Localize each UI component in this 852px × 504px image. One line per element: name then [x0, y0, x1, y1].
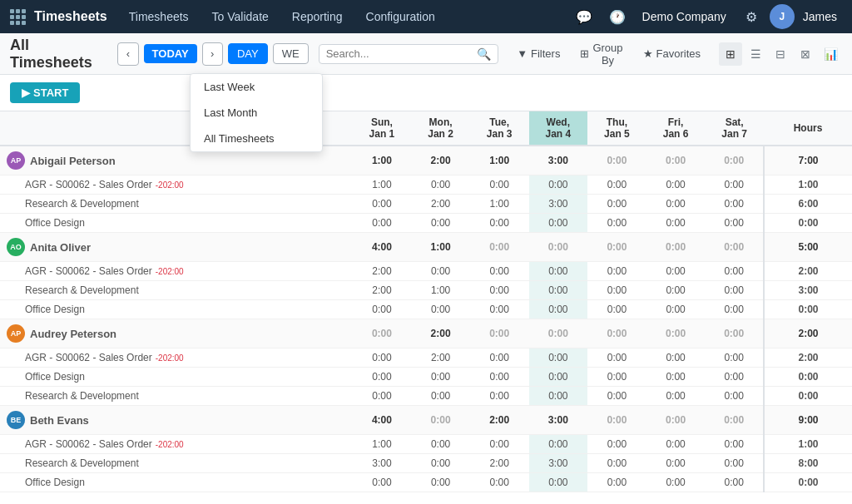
- cell-sat[interactable]: 0:00: [705, 195, 764, 214]
- cell-wed[interactable]: 3:00: [529, 454, 588, 473]
- cell-thu[interactable]: 0:00: [587, 473, 646, 492]
- prev-button[interactable]: ‹: [117, 42, 138, 66]
- cell-tue[interactable]: 0:00: [470, 300, 529, 319]
- search-icon[interactable]: 🔍: [477, 47, 491, 61]
- cell-fri[interactable]: 0:00: [646, 406, 706, 435]
- cell-thu[interactable]: 0:00: [587, 435, 646, 454]
- cell-sun[interactable]: 1:00: [353, 175, 412, 195]
- view-table[interactable]: ⊠: [794, 42, 817, 66]
- sub-row[interactable]: Office Design0:000:000:000:000:000:000:0…: [0, 300, 852, 319]
- user-name[interactable]: James: [798, 10, 842, 23]
- sub-row[interactable]: Office Design0:000:000:000:000:000:000:0…: [0, 368, 852, 387]
- cell-tue[interactable]: 0:00: [470, 233, 529, 262]
- cell-sun[interactable]: 2:00: [353, 262, 412, 281]
- cell-fri[interactable]: 0:00: [646, 300, 706, 319]
- cell-fri[interactable]: 0:00: [646, 473, 706, 492]
- cell-mon[interactable]: 0:00: [411, 214, 470, 233]
- sub-row[interactable]: Research & Development2:001:000:000:000:…: [0, 281, 852, 300]
- cell-sun[interactable]: 4:00: [353, 406, 412, 435]
- cell-mon[interactable]: 2:00: [411, 348, 470, 368]
- cell-sat[interactable]: 0:00: [705, 281, 764, 300]
- dropdown-all-timesheets[interactable]: All Timesheets: [191, 126, 322, 151]
- cell-fri[interactable]: 0:00: [646, 387, 706, 406]
- search-box[interactable]: 🔍: [319, 44, 499, 64]
- sub-row[interactable]: AGR - S00062 - Sales Order-202:001:000:0…: [0, 435, 852, 454]
- cell-wed[interactable]: 0:00: [529, 473, 588, 492]
- cell-wed[interactable]: 0:00: [529, 435, 588, 454]
- period-week[interactable]: WE: [273, 43, 309, 64]
- cell-wed[interactable]: 0:00: [529, 300, 588, 319]
- dropdown-last-week[interactable]: Last Week: [191, 74, 322, 100]
- clock-icon[interactable]: 🕐: [602, 2, 632, 32]
- favorites-button[interactable]: ★ Favorites: [637, 44, 707, 63]
- cell-sun[interactable]: 0:00: [353, 214, 412, 233]
- employee-row[interactable]: AP Abigail Peterson 1:002:001:003:000:00…: [0, 146, 852, 175]
- cell-wed[interactable]: 3:00: [529, 146, 588, 175]
- cell-sun[interactable]: 0:00: [353, 195, 412, 214]
- cell-mon[interactable]: 1:00: [411, 233, 470, 262]
- cell-wed[interactable]: 0:00: [529, 348, 588, 368]
- view-kanban[interactable]: ⊟: [769, 42, 792, 66]
- next-button[interactable]: ›: [202, 42, 223, 66]
- sub-row[interactable]: Office Design0:000:000:000:000:000:000:0…: [0, 214, 852, 233]
- start-button[interactable]: ▶ START: [10, 82, 80, 103]
- cell-mon[interactable]: 0:00: [411, 368, 470, 387]
- cell-sat[interactable]: 0:00: [705, 454, 764, 473]
- cell-fri[interactable]: 0:00: [646, 281, 706, 300]
- cell-sun[interactable]: 0:00: [353, 300, 412, 319]
- cell-fri[interactable]: 0:00: [646, 368, 706, 387]
- sub-row[interactable]: Office Design0:000:000:000:000:000:000:0…: [0, 473, 852, 492]
- cell-sun[interactable]: 4:00: [353, 233, 412, 262]
- cell-fri[interactable]: 0:00: [646, 435, 706, 454]
- grid-icon[interactable]: [10, 9, 26, 25]
- groupby-button[interactable]: ⊞ Group By: [573, 38, 629, 70]
- cell-sun[interactable]: 0:00: [353, 348, 412, 368]
- cell-sun[interactable]: 2:00: [353, 281, 412, 300]
- cell-mon[interactable]: 0:00: [411, 406, 470, 435]
- chat-icon[interactable]: 💬: [569, 2, 599, 32]
- sub-row[interactable]: AGR - S00062 - Sales Order-202:001:000:0…: [0, 175, 852, 195]
- cell-thu[interactable]: 0:00: [587, 348, 646, 368]
- settings-icon[interactable]: ⚙: [736, 2, 766, 32]
- cell-sun[interactable]: 0:00: [353, 319, 412, 348]
- cell-sat[interactable]: 0:00: [705, 473, 764, 492]
- cell-tue[interactable]: 0:00: [470, 435, 529, 454]
- cell-fri[interactable]: 0:00: [646, 262, 706, 281]
- cell-sun[interactable]: 0:00: [353, 368, 412, 387]
- cell-sat[interactable]: 0:00: [705, 146, 764, 175]
- cell-mon[interactable]: 1:00: [411, 281, 470, 300]
- dropdown-last-month[interactable]: Last Month: [191, 100, 322, 126]
- cell-wed[interactable]: 0:00: [529, 214, 588, 233]
- cell-tue[interactable]: 0:00: [470, 368, 529, 387]
- cell-tue[interactable]: 2:00: [470, 454, 529, 473]
- view-grid[interactable]: ⊞: [719, 42, 742, 66]
- cell-wed[interactable]: 0:00: [529, 262, 588, 281]
- cell-tue[interactable]: 0:00: [470, 473, 529, 492]
- cell-mon[interactable]: 2:00: [411, 195, 470, 214]
- cell-tue[interactable]: 1:00: [470, 195, 529, 214]
- sub-row[interactable]: Research & Development0:000:000:000:000:…: [0, 387, 852, 406]
- cell-tue[interactable]: 0:00: [470, 175, 529, 195]
- cell-thu[interactable]: 0:00: [587, 319, 646, 348]
- cell-tue[interactable]: 0:00: [470, 214, 529, 233]
- cell-fri[interactable]: 0:00: [646, 195, 706, 214]
- cell-thu[interactable]: 0:00: [587, 454, 646, 473]
- search-input[interactable]: [326, 47, 478, 60]
- cell-sun[interactable]: 3:00: [353, 454, 412, 473]
- employee-row[interactable]: AP Audrey Peterson 0:002:000:000:000:000…: [0, 319, 852, 348]
- cell-thu[interactable]: 0:00: [587, 262, 646, 281]
- cell-thu[interactable]: 0:00: [587, 281, 646, 300]
- cell-wed[interactable]: 0:00: [529, 175, 588, 195]
- view-chart[interactable]: 📊: [819, 42, 842, 66]
- cell-mon[interactable]: 0:00: [411, 473, 470, 492]
- cell-fri[interactable]: 0:00: [646, 348, 706, 368]
- cell-wed[interactable]: 0:00: [529, 233, 588, 262]
- cell-thu[interactable]: 0:00: [587, 195, 646, 214]
- sub-row[interactable]: AGR - S00062 - Sales Order-202:000:002:0…: [0, 348, 852, 368]
- cell-tue[interactable]: 0:00: [470, 348, 529, 368]
- cell-tue[interactable]: 0:00: [470, 281, 529, 300]
- cell-wed[interactable]: 0:00: [529, 281, 588, 300]
- cell-mon[interactable]: 0:00: [411, 435, 470, 454]
- cell-sat[interactable]: 0:00: [705, 262, 764, 281]
- cell-sat[interactable]: 0:00: [705, 368, 764, 387]
